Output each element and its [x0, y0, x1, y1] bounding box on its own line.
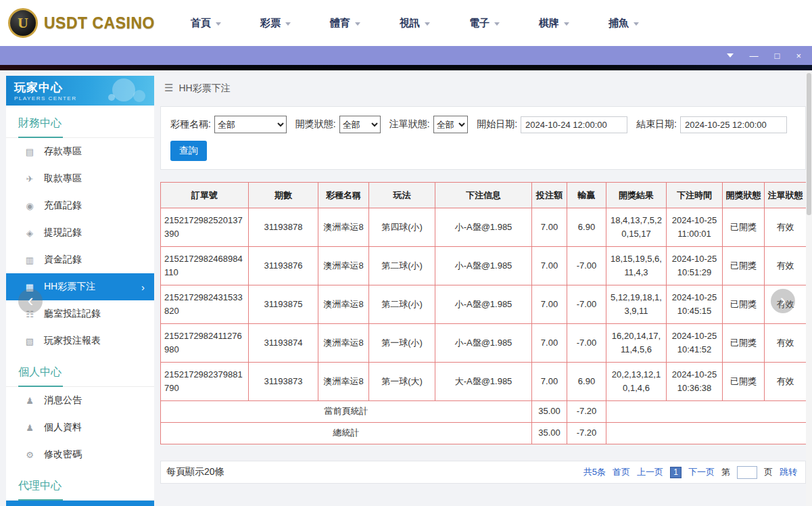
sidebar-item-label: 充值記錄	[44, 200, 82, 212]
sidebar-item-withdrawal-record[interactable]: ◈提現記錄›	[6, 219, 154, 246]
table-cell: 31193876	[249, 247, 318, 285]
table-cell: 7.00	[532, 247, 567, 285]
column-header: 輸贏	[567, 183, 606, 208]
recharge-record-icon: ◉	[24, 201, 35, 211]
sidebar-section-title: 個人中心	[6, 354, 154, 387]
logo[interactable]: U USDT CASINO	[8, 8, 156, 38]
table-cell: 20,2,13,12,10,1,4,6	[606, 363, 667, 401]
table-cell: 第二球(小)	[369, 247, 435, 285]
table-cell: 6.90	[567, 363, 606, 401]
content-area: 玩家中心 PLAYERS CENTER 財務中心▤存款專區›✈取款專區›◉充值記…	[0, 70, 812, 506]
column-header: 彩種名稱	[318, 183, 369, 208]
end-date-input[interactable]	[680, 116, 787, 133]
table-row: 215217298252013739031193878澳洲幸运8第四球(小)小-…	[161, 208, 807, 247]
table-cell: 已開獎	[723, 247, 765, 285]
breadcrumb: ☰ HH彩票下注	[160, 70, 806, 106]
deposit-icon: ▤	[24, 147, 35, 157]
summary-bet-total: 35.00	[532, 423, 567, 444]
prev-page-link[interactable]: 上一页	[637, 466, 663, 478]
scrollbar-thumb[interactable]	[807, 73, 811, 215]
table-cell: 2152172982411276980	[161, 324, 249, 363]
draw-status-select[interactable]: 全部	[339, 116, 381, 133]
nav-item[interactable]: 電子	[469, 17, 500, 30]
sidebar-item-label: HH彩票下注	[44, 281, 95, 293]
nav-item-label: 棋牌	[539, 17, 559, 30]
jump-button[interactable]: 跳转	[780, 466, 797, 478]
profile-icon: ♟	[24, 423, 35, 433]
sidebar-item-change-password[interactable]: ⚙修改密碼›	[6, 441, 154, 468]
top-nav: 首頁彩票體育視訊電子棋牌捕魚	[191, 17, 639, 30]
table-cell: -7.00	[567, 324, 606, 363]
sidebar-item-label: 存款專區	[44, 145, 82, 158]
carousel-right-arrow[interactable]: ›	[771, 289, 795, 313]
table-cell: 有效	[765, 363, 807, 401]
lottery-name-select[interactable]: 全部	[214, 116, 287, 133]
sidebar-item-label: 提現記錄	[44, 227, 82, 239]
table-cell: 31193878	[249, 208, 318, 247]
table-cell: 2152172982379881790	[161, 363, 249, 401]
carousel-left-arrow[interactable]: ‹	[18, 289, 43, 313]
column-header: 開獎狀態	[723, 183, 765, 208]
next-page-link[interactable]: 下一页	[688, 466, 715, 478]
sidebar-item-funds-record[interactable]: ▥資金記錄›	[6, 246, 154, 273]
table-row: 215217298243153382031193875澳洲幸运8第二球(小)小-…	[161, 285, 807, 324]
table-cell: 2152172982431533820	[161, 285, 249, 324]
column-header: 下注信息	[435, 183, 532, 208]
table-cell: 已開獎	[723, 285, 765, 324]
table-cell: 2024-10-25 11:00:01	[667, 208, 723, 247]
close-button[interactable]: ×	[796, 51, 801, 60]
chevron-right-icon: ›	[780, 292, 786, 309]
logo-monogram: U	[18, 14, 28, 32]
table-cell: 16,20,14,17,11,4,5,6	[606, 324, 667, 363]
maximize-button[interactable]: □	[775, 51, 780, 60]
column-header: 玩法	[369, 183, 435, 208]
table-cell: 5,12,19,18,1,3,9,11	[606, 285, 667, 324]
search-button[interactable]: 查詢	[170, 141, 207, 161]
table-cell: 第二球(小)	[369, 285, 435, 324]
table-cell: 第一球(小)	[369, 324, 435, 363]
page-size-text: 每頁顯示20條	[166, 466, 224, 478]
start-date-input[interactable]	[521, 116, 627, 133]
start-date-label: 開始日期:	[477, 118, 517, 131]
column-header: 下注時間	[667, 183, 723, 208]
sidebar-item-withdraw[interactable]: ✈取款專區›	[6, 165, 154, 192]
table-cell: 2024-10-25 10:51:29	[667, 247, 723, 285]
table-cell: 2152172982468984110	[161, 247, 249, 285]
summary-empty	[606, 401, 807, 423]
banner-strip	[0, 65, 812, 70]
nav-item[interactable]: 體育	[330, 17, 360, 30]
table-cell: 小-A盤@1.985	[435, 285, 532, 324]
scrollbar[interactable]	[806, 70, 812, 506]
menu-icon: ☰	[164, 83, 173, 93]
table-cell: 澳洲幸运8	[318, 324, 369, 363]
chevron-down-icon	[634, 22, 639, 26]
sidebar-item-recharge-record[interactable]: ◉充值記錄›	[6, 192, 154, 219]
table-cell: 7.00	[532, 324, 567, 363]
sidebar-item-player-bet-report[interactable]: ▧玩家投注報表›	[6, 327, 154, 354]
nav-item[interactable]: 彩票	[260, 17, 291, 30]
nav-item[interactable]: 視訊	[400, 17, 430, 30]
sidebar-item-announcement[interactable]: ♟消息公告›	[6, 387, 154, 414]
summary-row: 總統計35.00-7.20	[161, 423, 807, 444]
window-titlebar: — □ ×	[0, 46, 812, 65]
nav-item[interactable]: 棋牌	[539, 17, 569, 30]
nav-item[interactable]: 首頁	[191, 17, 221, 30]
app-window: U USDT CASINO 首頁彩票體育視訊電子棋牌捕魚 — □ × 玩家中心 …	[0, 0, 812, 506]
nav-item[interactable]: 捕魚	[608, 17, 639, 30]
table-cell: 7.00	[532, 285, 567, 324]
sidebar-item-profile[interactable]: ♟個人資料›	[6, 414, 154, 441]
chevron-down-icon[interactable]	[727, 53, 734, 58]
order-status-select[interactable]: 全部	[433, 116, 469, 133]
main-panel: ☰ HH彩票下注 彩種名稱: 全部 開獎狀態: 全部 注單狀態: 全部	[160, 70, 806, 484]
table-cell: 2152172982520137390	[161, 208, 249, 247]
first-page-link[interactable]: 首页	[613, 466, 630, 478]
breadcrumb-label: HH彩票下注	[178, 83, 230, 95]
minimize-button[interactable]: —	[750, 51, 759, 60]
summary-empty	[606, 423, 807, 444]
change-password-icon: ⚙	[24, 450, 35, 460]
sidebar-item-deposit[interactable]: ▤存款專區›	[6, 138, 154, 165]
chevron-right-icon: ›	[141, 281, 154, 293]
page-jump-input[interactable]	[737, 466, 757, 479]
table-cell: 澳洲幸运8	[318, 285, 369, 324]
header-row: 訂單號期數彩種名稱玩法下注信息投注額輸贏開獎結果下注時間開獎狀態注單狀態	[161, 183, 807, 208]
